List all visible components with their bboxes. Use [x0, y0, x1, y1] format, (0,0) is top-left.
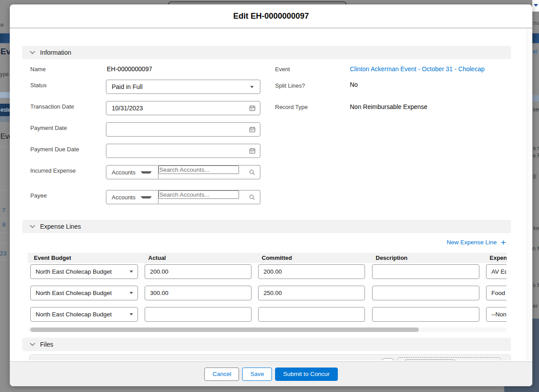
column-header-description: Description	[376, 255, 408, 261]
incurred-expense-search-input[interactable]	[158, 166, 239, 174]
actual-input[interactable]	[145, 264, 251, 279]
split-lines-value: No	[350, 81, 358, 88]
expense-lines-table: Event Budget Actual Committed Descriptio…	[28, 253, 507, 334]
event-link[interactable]: Clinton Ackerman Event - October 31 - Ch…	[350, 65, 485, 73]
status-select-value: Paid in Full	[112, 83, 250, 90]
record-type-value: Non Reimbursable Expense	[350, 103, 427, 110]
expense-table-header: Event Budget Actual Committed Descriptio…	[28, 253, 507, 263]
section-header-files[interactable]: Files	[22, 338, 511, 351]
bg-text-fragment: 7	[2, 207, 5, 214]
bg-bluegray-bar	[532, 95, 539, 101]
bg-navy-button: este	[0, 104, 10, 116]
horizontal-scrollbar[interactable]	[28, 327, 507, 332]
entity-select-value: Accounts	[112, 169, 135, 176]
section-header-information[interactable]: Information	[22, 46, 511, 59]
bg-text-fragment: el	[533, 48, 537, 55]
section-label: Information	[40, 49, 71, 56]
chevron-down-icon	[130, 313, 133, 315]
record-type-label: Record Type	[275, 104, 308, 110]
chevron-down-icon[interactable]	[29, 49, 36, 56]
section-header-expense-lines[interactable]: Expense Lines	[22, 220, 511, 233]
modal-body: Information Name EH-0000000097 Status Pa…	[10, 28, 532, 360]
payee-entity-select[interactable]: Accounts	[106, 190, 158, 204]
new-expense-line-button[interactable]: New Expense Line	[446, 239, 507, 246]
bg-text-fragment: n M	[532, 245, 539, 252]
files-panel	[29, 354, 511, 360]
chevron-down-icon	[141, 171, 152, 174]
chevron-down-icon	[130, 292, 133, 294]
payee-lookup	[158, 190, 260, 204]
split-lines-label: Split Lines?	[275, 82, 305, 89]
expense-line-row: North East Cholecap Budget --Non	[28, 307, 507, 322]
bg-text-fragment: e R	[533, 153, 539, 159]
expense-type-value: --Non	[491, 311, 507, 318]
event-budget-select[interactable]: North East Cholecap Budget	[30, 307, 138, 322]
submit-to-concur-button[interactable]: Submit to Concur	[275, 368, 337, 381]
drop-zone-button[interactable]	[401, 360, 459, 360]
new-expense-line-label: New Expense Line	[446, 239, 497, 246]
committed-input[interactable]	[258, 307, 365, 322]
transaction-date-field	[106, 101, 260, 115]
payee-search-input[interactable]	[158, 190, 239, 199]
file-drop-zone[interactable]	[397, 357, 501, 360]
chevron-down-icon	[141, 196, 152, 198]
calendar-icon[interactable]	[249, 105, 256, 112]
calendar-icon[interactable]	[249, 126, 256, 133]
column-header-committed: Committed	[262, 255, 292, 261]
committed-input[interactable]	[258, 264, 365, 279]
bg-gray-bar	[0, 116, 10, 122]
event-budget-select[interactable]: North East Cholecap Budget	[30, 264, 138, 279]
payment-due-date-input[interactable]	[106, 144, 260, 158]
edit-record-modal: Edit EH-0000000097 Information Name EH-0…	[10, 4, 532, 386]
committed-input[interactable]	[258, 286, 365, 300]
search-icon	[249, 194, 255, 201]
payment-date-input[interactable]	[106, 123, 260, 136]
chevron-down-icon	[250, 86, 254, 88]
save-button[interactable]: Save	[242, 368, 272, 381]
upload-files-button[interactable]	[380, 358, 395, 360]
description-input[interactable]	[372, 307, 479, 322]
bg-text-fragment: 8	[2, 221, 5, 228]
incurred-expense-label: Incurred Expense	[30, 167, 76, 174]
cancel-button[interactable]: Cancel	[204, 368, 239, 381]
expense-type-value: Food	[491, 290, 507, 296]
vertical-scrollbar[interactable]	[527, 28, 532, 360]
payment-date-field	[106, 122, 260, 137]
description-input[interactable]	[372, 264, 479, 279]
expense-type-select[interactable]: Food	[486, 286, 507, 300]
bg-text-fragment: a r	[533, 145, 539, 151]
event-budget-value: North East Cholecap Budget	[36, 311, 130, 318]
transaction-date-input[interactable]	[106, 101, 260, 115]
description-input[interactable]	[372, 286, 479, 300]
payee-label: Payee	[30, 192, 47, 199]
calendar-icon[interactable]	[249, 147, 256, 154]
bg-text-fragment: g:	[533, 173, 537, 179]
bg-text-fragment: er	[533, 303, 538, 309]
transaction-date-label: Transaction Date	[30, 103, 74, 110]
payment-due-date-label: Payment Due Date	[30, 146, 79, 153]
horizontal-scrollbar-thumb[interactable]	[30, 327, 419, 332]
name-value: EH-0000000097	[107, 65, 152, 73]
incurred-expense-entity-select[interactable]: Accounts	[106, 165, 158, 179]
bg-divider	[0, 218, 10, 219]
event-budget-select[interactable]: North East Cholecap Budget	[30, 286, 138, 300]
bg-text-fragment: s b	[533, 282, 539, 288]
bg-text-fragment: 23	[0, 250, 6, 257]
status-select[interactable]: Paid in Full	[106, 80, 260, 94]
expense-type-select[interactable]: --Non	[486, 307, 507, 322]
expense-type-select[interactable]: AV Eq	[486, 264, 507, 279]
column-header-event-budget: Event Budget	[34, 255, 71, 261]
payment-due-date-field	[106, 144, 260, 158]
chevron-down-icon[interactable]	[29, 223, 36, 230]
actual-input[interactable]	[145, 307, 251, 322]
event-budget-value: North East Cholecap Budget	[36, 290, 130, 296]
expense-type-value: AV Eq	[491, 268, 507, 275]
section-label: Expense Lines	[40, 223, 81, 230]
bg-text-fragment: Ev	[0, 47, 11, 57]
entity-select-value: Accounts	[112, 194, 135, 201]
bg-divider	[0, 147, 10, 147]
actual-input[interactable]	[145, 286, 251, 300]
chevron-down-icon[interactable]	[29, 341, 36, 348]
column-header-expense-type: Expens	[490, 255, 507, 261]
plus-icon	[500, 239, 507, 246]
